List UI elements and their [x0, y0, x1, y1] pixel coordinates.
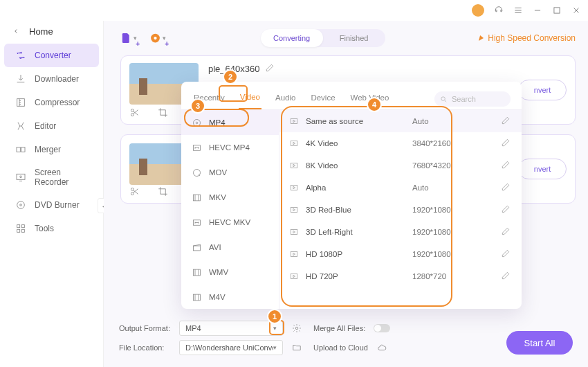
tab-finished[interactable]: Finished: [323, 29, 385, 47]
tab-device[interactable]: Device: [309, 89, 336, 109]
format-popup: Recently Video Audio Device Web Video Se…: [181, 82, 522, 309]
close-icon[interactable]: [571, 6, 581, 15]
headset-icon[interactable]: [494, 6, 504, 15]
add-file-button[interactable]: +▾: [120, 30, 137, 46]
chevron-left-icon: [12, 26, 19, 37]
tab-converting[interactable]: Converting: [261, 29, 323, 47]
trim-icon[interactable]: [129, 107, 140, 120]
pencil-icon[interactable]: [501, 226, 511, 238]
svg-point-7: [20, 204, 22, 206]
format-item-mkv[interactable]: MKV: [181, 185, 279, 210]
svg-rect-29: [291, 119, 297, 124]
format-item-mp4[interactable]: MP4: [181, 110, 279, 135]
crop-icon[interactable]: [158, 107, 168, 120]
svg-rect-3: [21, 147, 25, 152]
sidebar-item-editor[interactable]: Editor: [4, 114, 99, 138]
svg-rect-11: [21, 229, 24, 232]
file-location-label: File Location:: [119, 343, 171, 352]
svg-point-13: [154, 37, 156, 39]
format-item-mov[interactable]: MOV: [181, 160, 279, 185]
gear-icon[interactable]: [291, 323, 302, 334]
output-format-select[interactable]: MP4 ▾: [179, 321, 283, 336]
sidebar-item-label: Editor: [35, 121, 56, 131]
pencil-icon[interactable]: [265, 63, 275, 75]
sidebar-item-downloader[interactable]: Downloader: [4, 67, 99, 91]
cloud-icon[interactable]: [376, 342, 387, 353]
folder-icon[interactable]: [291, 342, 302, 353]
sidebar-item-label: DVD Burner: [35, 200, 80, 210]
minimize-icon[interactable]: [533, 6, 542, 15]
sidebar-item-merger[interactable]: Merger: [4, 138, 99, 161]
sidebar-item-label: Screen Recorder: [35, 168, 88, 187]
svg-rect-0: [554, 8, 560, 13]
avatar[interactable]: [472, 4, 484, 17]
sidebar-item-dvdburner[interactable]: DVD Burner: [4, 193, 99, 217]
film-icon: [191, 267, 202, 278]
bottom-bar: Output Format: MP4 ▾ Merge All Files: Fi…: [104, 312, 588, 367]
titlebar: [0, 0, 588, 21]
merge-files-toggle[interactable]: [374, 324, 390, 332]
home-nav[interactable]: Home: [0, 21, 103, 44]
sidebar-item-tools[interactable]: Tools: [4, 217, 99, 240]
preset-row[interactable]: 8K Video 7680*4320: [279, 154, 522, 177]
preset-row[interactable]: 3D Red-Blue 1920*1080: [279, 199, 522, 221]
sidebar-item-label: Downloader: [35, 74, 79, 84]
pencil-icon[interactable]: [501, 116, 511, 127]
format-item-hevcmkv[interactable]: HEVC MKV: [181, 210, 279, 235]
sidebar-item-converter[interactable]: Converter: [4, 44, 99, 67]
sidebar-item-screenrecorder[interactable]: Screen Recorder: [4, 161, 99, 193]
tab-audio[interactable]: Audio: [274, 89, 297, 109]
preset-row[interactable]: 3D Left-Right 1920*1080: [279, 221, 522, 243]
convert-button[interactable]: nvert: [518, 159, 567, 179]
search-input[interactable]: Search: [434, 91, 511, 107]
preset-row[interactable]: HD 720P 1280*720: [279, 265, 522, 287]
film-icon: [191, 292, 202, 303]
svg-point-5: [20, 176, 22, 178]
start-all-button[interactable]: Start All: [506, 331, 573, 355]
crop-icon[interactable]: [158, 186, 168, 199]
format-item-m4v[interactable]: M4V: [181, 285, 279, 309]
hevc-icon: [191, 142, 202, 153]
convert-button[interactable]: nvert: [518, 80, 567, 100]
maximize-icon[interactable]: [552, 6, 562, 15]
svg-rect-4: [17, 174, 25, 179]
sidebar-item-compressor[interactable]: Compressor: [4, 91, 99, 114]
card-tools: [129, 107, 168, 120]
svg-rect-26: [193, 246, 200, 251]
pencil-icon[interactable]: [501, 160, 511, 171]
format-item-wmv[interactable]: WMV: [181, 260, 279, 285]
sidebar: Home Converter Downloader Compressor Edi…: [0, 21, 104, 367]
pencil-icon[interactable]: [501, 204, 511, 215]
disc-icon: [191, 117, 202, 128]
preset-row[interactable]: Alpha Auto: [279, 177, 522, 199]
annotation-badge-2: 2: [223, 69, 238, 84]
preset-row[interactable]: 4K Video 3840*2160: [279, 132, 522, 154]
clapper-icon: [191, 242, 202, 253]
svg-point-21: [196, 122, 198, 124]
svg-rect-36: [291, 274, 297, 279]
pencil-icon[interactable]: [501, 249, 511, 260]
svg-rect-33: [291, 208, 297, 213]
annotation-badge-4: 4: [367, 97, 382, 112]
high-speed-conversion-toggle[interactable]: High Speed Conversion: [479, 33, 576, 43]
svg-rect-30: [291, 141, 297, 146]
add-dvd-button[interactable]: +▾: [149, 30, 166, 46]
annotation-badge-1: 1: [267, 309, 282, 324]
pencil-icon[interactable]: [501, 271, 511, 282]
tab-video[interactable]: Video: [239, 89, 261, 109]
pencil-icon[interactable]: [501, 138, 511, 149]
format-item-avi[interactable]: AVI: [181, 235, 279, 260]
sidebar-item-label: Tools: [35, 224, 54, 233]
trim-icon[interactable]: [129, 186, 140, 199]
file-location-select[interactable]: D:\Wondershare UniConverter 1 ▾: [179, 340, 283, 355]
menu-icon[interactable]: [513, 6, 523, 15]
preset-row[interactable]: HD 1080P 1920*1080: [279, 243, 522, 265]
svg-point-19: [441, 96, 445, 100]
preset-row[interactable]: Same as source Auto: [279, 110, 522, 132]
segmented-control: Converting Finished: [261, 29, 385, 47]
format-item-hevcmp4[interactable]: HEVC MP4: [181, 135, 279, 160]
popup-tabs: Recently Video Audio Device Web Video Se…: [181, 82, 522, 110]
chevron-down-icon: ▾: [273, 325, 277, 332]
svg-point-6: [17, 202, 25, 209]
pencil-icon[interactable]: [501, 182, 511, 193]
